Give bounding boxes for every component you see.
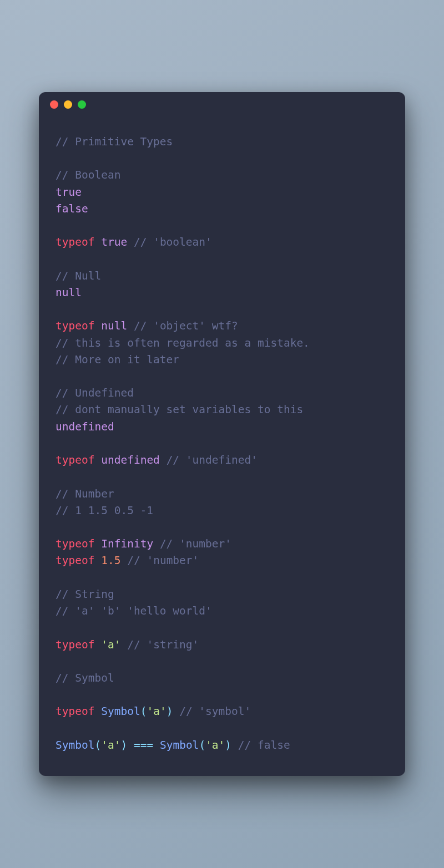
- minimize-icon[interactable]: [64, 100, 72, 109]
- undefined-literal: undefined: [101, 454, 160, 466]
- punctuation: (: [199, 739, 205, 752]
- comment-line: // this is often regarded as a mistake.: [56, 337, 310, 349]
- infinity-literal: Infinity: [101, 537, 153, 550]
- boolean-literal: true: [101, 236, 127, 248]
- typeof-keyword: typeof: [56, 236, 94, 248]
- comment-line: // Boolean: [56, 169, 120, 181]
- string-literal: 'a': [147, 705, 166, 718]
- comment-line: // 1 1.5 0.5 -1: [56, 504, 153, 517]
- punctuation: (: [94, 739, 101, 752]
- punctuation: (: [140, 705, 147, 718]
- comment-inline: // 'object' wtf?: [134, 319, 238, 332]
- comment-line: // More on it later: [56, 353, 179, 366]
- maximize-icon[interactable]: [78, 100, 86, 109]
- operator: ===: [134, 739, 153, 752]
- string-literal: 'a': [101, 638, 120, 651]
- code-content: // Primitive Types // Boolean true false…: [39, 117, 405, 776]
- comment-line: // 'a' 'b' 'hello world': [56, 605, 212, 617]
- number-literal: 1.5: [101, 554, 120, 567]
- window-titlebar: [39, 92, 405, 117]
- typeof-keyword: typeof: [56, 638, 94, 651]
- comment-line: // String: [56, 588, 114, 601]
- function-name: Symbol: [56, 739, 94, 752]
- comment-inline: // 'symbol': [179, 705, 251, 718]
- comment-inline: // 'number': [160, 537, 231, 550]
- comment-line: // dont manually set variables to this: [56, 403, 303, 416]
- comment-inline: // 'string': [127, 638, 199, 651]
- comment-inline: // 'undefined': [167, 454, 258, 466]
- comment-line: // Null: [56, 270, 101, 282]
- comment-inline: // 'number': [127, 554, 199, 567]
- code-window: // Primitive Types // Boolean true false…: [39, 92, 405, 776]
- string-literal: 'a': [205, 739, 225, 752]
- function-name: Symbol: [101, 705, 140, 718]
- comment-line: // Undefined: [56, 387, 134, 399]
- null-literal: null: [56, 286, 82, 299]
- typeof-keyword: typeof: [56, 319, 94, 332]
- null-literal: null: [101, 319, 127, 332]
- typeof-keyword: typeof: [56, 554, 94, 567]
- punctuation: ): [225, 739, 231, 752]
- typeof-keyword: typeof: [56, 537, 94, 550]
- close-icon[interactable]: [50, 100, 58, 109]
- punctuation: ): [120, 739, 127, 752]
- typeof-keyword: typeof: [56, 454, 94, 466]
- boolean-literal: true: [56, 186, 82, 199]
- comment-line: // Number: [56, 488, 114, 500]
- comment-line: // Symbol: [56, 672, 114, 684]
- punctuation: ): [167, 705, 173, 718]
- undefined-literal: undefined: [56, 420, 114, 433]
- comment-inline: // 'boolean': [134, 236, 212, 248]
- comment-line: // Primitive Types: [56, 135, 173, 148]
- boolean-literal: false: [56, 202, 88, 215]
- string-literal: 'a': [101, 739, 120, 752]
- comment-inline: // false: [238, 739, 290, 752]
- function-name: Symbol: [160, 739, 199, 752]
- typeof-keyword: typeof: [56, 705, 94, 718]
